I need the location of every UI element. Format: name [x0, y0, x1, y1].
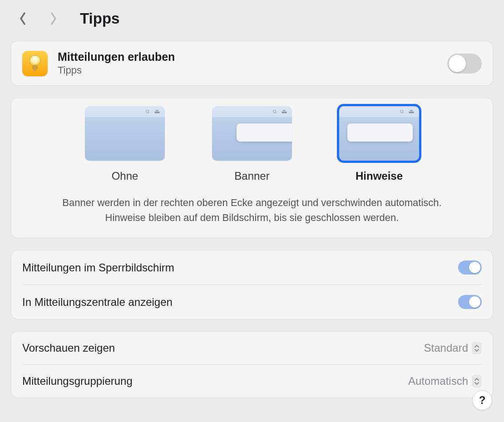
preview-label: Vorschauen zeigen — [22, 342, 115, 354]
svg-rect-15 — [409, 112, 414, 113]
alert-style-description: Banner werden in der rechten oberen Ecke… — [21, 195, 483, 225]
lockscreen-toggle[interactable] — [458, 260, 482, 275]
alert-style-option-banner[interactable] — [212, 106, 292, 161]
allow-notifications-title: Mitteilungen erlauben — [58, 50, 437, 64]
lockscreen-label: Mitteilungen im Sperrbildschirm — [22, 261, 174, 274]
header: Tipps — [11, 7, 493, 30]
grouping-value: Automatisch — [408, 375, 468, 388]
svg-line-14 — [403, 113, 404, 114]
alert-style-label-alert: Hinweise — [356, 170, 403, 182]
app-icon-tips — [22, 51, 48, 76]
chevron-updown-icon — [472, 342, 482, 354]
svg-rect-6 — [154, 112, 160, 113]
help-button[interactable]: ? — [472, 390, 492, 410]
allow-notifications-toggle[interactable] — [447, 54, 482, 74]
alert-style-label-none: Ohne — [112, 170, 138, 182]
alert-style-option-none[interactable] — [85, 106, 165, 161]
notification-center-toggle[interactable] — [458, 295, 482, 309]
svg-rect-16 — [410, 110, 413, 111]
svg-rect-10 — [282, 112, 287, 113]
page-title: Tipps — [80, 10, 119, 27]
svg-point-0 — [30, 55, 40, 66]
svg-rect-1 — [33, 65, 37, 69]
svg-rect-11 — [283, 110, 286, 111]
preview-value: Standard — [424, 342, 468, 354]
chevron-updown-icon — [472, 375, 482, 388]
options-panel: Vorschauen zeigen Standard Mitteilungsgr… — [11, 331, 493, 398]
notification-center-label: In Mitteilungszentrale anzeigen — [22, 296, 173, 309]
alert-style-panel: Ohne Banner — [11, 98, 493, 238]
svg-rect-7 — [156, 110, 158, 111]
nav-forward-button[interactable] — [45, 7, 62, 30]
alert-style-label-banner: Banner — [234, 170, 269, 182]
grouping-dropdown[interactable]: Automatisch — [408, 375, 482, 388]
allow-notifications-panel: Mitteilungen erlauben Tipps — [11, 41, 493, 86]
svg-line-9 — [276, 113, 277, 114]
nav-back-button[interactable] — [15, 7, 31, 30]
preview-dropdown[interactable]: Standard — [424, 342, 482, 354]
allow-notifications-subtitle: Tipps — [58, 64, 437, 76]
display-toggles-panel: Mitteilungen im Sperrbildschirm In Mitte… — [11, 250, 493, 319]
grouping-label: Mitteilungsgruppierung — [22, 375, 133, 388]
alert-style-option-alert[interactable] — [339, 106, 419, 161]
svg-line-5 — [148, 113, 150, 114]
